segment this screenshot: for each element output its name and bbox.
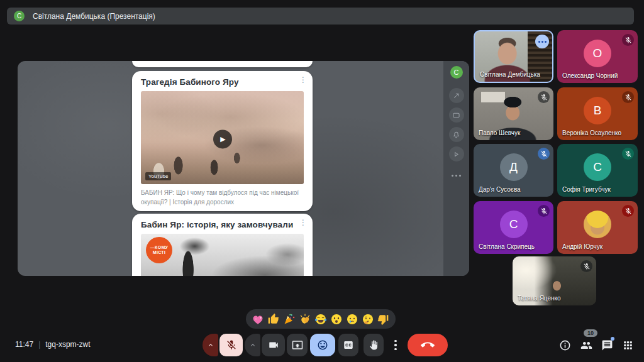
card-menu-icon: ⋮ <box>299 76 307 84</box>
meet-window: C Світлана Дембицька (Презентація) Траге… <box>0 0 644 362</box>
avatar-initial: О <box>584 40 611 67</box>
share-icon <box>449 88 464 103</box>
avatar-initial: Д <box>500 153 528 181</box>
sparkling-heart-icon[interactable] <box>251 312 265 326</box>
crying-face-icon[interactable] <box>345 312 359 326</box>
participant-name: Дар'я Сусоєва <box>479 186 521 193</box>
hand-icon <box>368 339 379 351</box>
video-play-icon: ▶ <box>213 129 232 148</box>
people-button[interactable] <box>580 339 592 351</box>
play-icon <box>449 146 464 162</box>
shared-card-partial <box>132 61 313 67</box>
meeting-info: 11:47 | tgq-xspm-zwt <box>15 340 91 349</box>
shared-card-babyn-yar-tragedy: Трагедія Бабиного Яру ⋮ ▶ YouTube БАБИН … <box>132 71 313 211</box>
youtube-label: YouTube <box>145 172 171 180</box>
shared-screen-side-toolbar: C <box>443 61 469 276</box>
participant-name: Світлана Скрипець <box>479 243 535 250</box>
mic-muted-badge <box>538 148 550 160</box>
participant-name: Софія Тригубчук <box>562 186 611 193</box>
chat-notification-dot <box>611 337 614 341</box>
avatar-initial: С <box>500 211 528 238</box>
party-popper-icon[interactable] <box>282 312 296 326</box>
reactions-toggle-button[interactable] <box>310 334 335 356</box>
mic-muted-badge <box>622 91 634 103</box>
leave-call-button[interactable] <box>408 334 448 356</box>
more-dots-icon <box>452 175 461 177</box>
participant-name: Андрій Юрчук <box>562 243 602 250</box>
participant-tile-svitlana-skrypets[interactable]: С Світлана Скрипець <box>474 201 553 254</box>
camera-icon <box>268 339 279 351</box>
card-title: Трагедія Бабиного Яру <box>141 77 304 87</box>
surprised-face-icon[interactable] <box>330 312 343 326</box>
camera-button[interactable] <box>262 334 285 356</box>
participant-name: Олександр Чорний <box>562 72 618 79</box>
participant-count-badge: 10 <box>584 329 597 337</box>
participant-tile-svitlana-dembytska[interactable]: Світлана Дембицька <box>474 30 553 83</box>
apps-grid-icon <box>622 339 634 351</box>
mic-mute-button[interactable] <box>219 334 243 356</box>
participant-tile-andrii-yurchuk[interactable]: Андрій Юрчук <box>557 201 638 254</box>
captions-button[interactable] <box>338 334 358 356</box>
reactions-bar <box>246 309 396 329</box>
article-image: —КОМУ МІСТІ <box>141 234 304 276</box>
clock: 11:47 <box>15 340 33 349</box>
tile-options-icon[interactable] <box>535 35 549 48</box>
card-menu-icon: ⋮ <box>299 219 307 226</box>
mic-off-icon <box>226 339 237 351</box>
presenter-avatar-letter: C <box>17 13 21 19</box>
face-with-tears-of-joy-icon[interactable] <box>314 312 328 326</box>
channel-logo-badge: —КОМУ МІСТІ <box>146 237 172 263</box>
meeting-code: tgq-xspm-zwt <box>45 340 90 349</box>
mic-muted-badge <box>538 205 550 217</box>
smiley-icon <box>317 339 328 351</box>
thumbs-up-icon[interactable] <box>267 312 280 326</box>
present-icon <box>292 339 303 351</box>
raise-hand-button[interactable] <box>364 334 384 356</box>
avatar-photo <box>584 211 611 238</box>
people-icon <box>580 339 592 351</box>
mic-muted-badge <box>622 205 634 217</box>
participant-tile-veronika-osaulenko[interactable]: В Вероніка Осауленко <box>557 87 638 140</box>
participant-name: Світлана Дембицька <box>480 71 540 78</box>
mic-muted-badge <box>622 148 634 160</box>
presenter-avatar: C <box>14 11 25 21</box>
captions-icon <box>343 339 354 351</box>
thinking-face-icon[interactable] <box>361 312 375 326</box>
separator: | <box>38 340 40 349</box>
participant-tile-daria-susoieva[interactable]: Д Дар'я Сусоєва <box>474 144 553 197</box>
shared-account-avatar: C <box>450 66 463 79</box>
shared-card-babyn-yar-history: Бабин Яр: історія, яку замовчували ⋮ —КО… <box>132 214 313 276</box>
participant-name: Вероніка Осауленко <box>562 129 621 136</box>
presenter-banner-label: Світлана Дембицька (Презентація) <box>33 12 155 21</box>
call-end-icon <box>421 338 435 352</box>
participant-name: Павло Шевчук <box>479 129 520 136</box>
participant-tile-sofiia-tryhubchuk[interactable]: С Софія Тригубчук <box>557 144 638 197</box>
presenter-banner: C Світлана Дембицька (Презентація) <box>7 8 634 25</box>
video-caption: БАБИН ЯР: Що і чому там відбулося під ча… <box>141 189 304 207</box>
avatar-initial: В <box>584 97 611 124</box>
chat-button[interactable] <box>601 339 613 351</box>
thumbs-down-icon[interactable] <box>376 312 390 326</box>
mic-muted-badge <box>580 260 592 272</box>
chat-icon <box>601 339 613 351</box>
present-screen-button[interactable] <box>287 334 308 356</box>
mic-muted-badge <box>538 91 550 103</box>
activities-button[interactable] <box>621 339 634 351</box>
participant-tile-oleksandr-chornyi[interactable]: О Олександр Чорний <box>557 30 638 83</box>
participant-tile-pavlo-shevchuk[interactable]: Павло Шевчук <box>474 87 553 140</box>
clapping-hands-icon[interactable] <box>298 312 312 326</box>
info-icon <box>559 339 571 351</box>
participant-name: Тетяна Яценко <box>518 295 561 302</box>
more-options-button[interactable] <box>389 334 402 356</box>
youtube-video-thumbnail: ▶ YouTube <box>141 91 304 184</box>
meeting-details-button[interactable] <box>558 339 571 351</box>
mic-muted-badge <box>622 34 634 46</box>
participant-tile-tetiana-yatsenko[interactable]: Тетяна Яценко <box>513 256 596 305</box>
card-title: Бабин Яр: історія, яку замовчували <box>141 220 304 229</box>
frame-icon <box>449 107 464 123</box>
presentation-tile[interactable]: Трагедія Бабиного Яру ⋮ ▶ YouTube БАБИН … <box>18 61 469 276</box>
avatar-initial: С <box>584 153 611 181</box>
bell-icon <box>449 127 464 142</box>
